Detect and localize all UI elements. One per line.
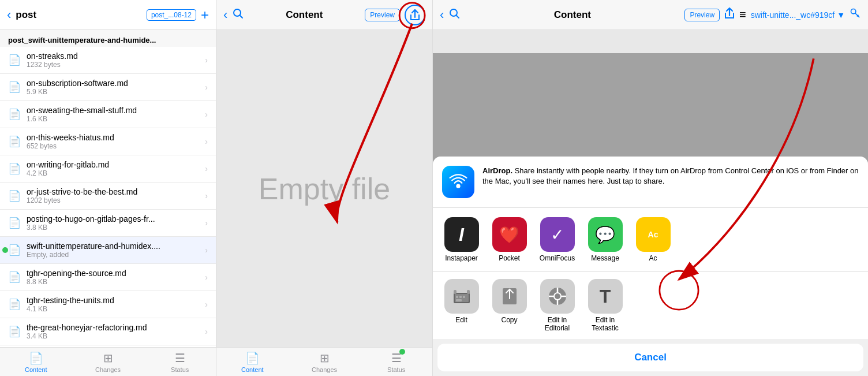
- middle-back-button[interactable]: ‹: [223, 8, 227, 23]
- share-action-icon: T: [588, 279, 623, 314]
- file-info: on-subscription-software.md5.9 KB: [27, 79, 200, 96]
- file-item[interactable]: 📄on-sweating-the-small-stuff.md1.6 KB›: [0, 101, 216, 128]
- left-tab-content[interactable]: 📄 Content: [0, 348, 72, 376]
- file-item[interactable]: 📄the-great-honeyjar-refactoring.md3.4 KB…: [0, 318, 216, 345]
- share-action-item[interactable]: Copy: [488, 279, 531, 332]
- svg-rect-14: [454, 290, 457, 294]
- right-back-button[interactable]: ‹: [440, 8, 444, 23]
- svg-line-1: [240, 16, 243, 18]
- tag-badge[interactable]: post_...08-12: [147, 9, 196, 21]
- share-app-label: Pocket: [499, 254, 520, 262]
- share-app-label: Message: [591, 254, 619, 262]
- file-name: tghr-testing-the-units.md: [27, 296, 200, 305]
- file-meta: 8.8 KB: [27, 278, 200, 286]
- chevron-right-icon: ›: [205, 55, 208, 65]
- file-meta: 5.9 KB: [27, 88, 200, 96]
- file-name: posting-to-hugo-on-gitlab-pages-fr...: [27, 214, 200, 224]
- file-item[interactable]: 📄tghr-opening-the-source.md8.8 KB›: [0, 264, 216, 291]
- file-name: on-streaks.md: [27, 51, 200, 61]
- file-name: the-great-honeyjar-refactoring.md: [27, 323, 200, 332]
- file-info: tghr-testing-the-units.md4.1 KB: [27, 296, 200, 313]
- share-app-label: OmniFocus: [540, 254, 575, 262]
- file-info: posting-to-hugo-on-gitlab-pages-fr...3.8…: [27, 214, 200, 232]
- file-item[interactable]: 📄tghr-testing-the-units.md4.1 KB›: [0, 291, 216, 318]
- file-item[interactable]: 📄or-just-strive-to-be-the-best.md1202 by…: [0, 183, 216, 210]
- share-actions-row: EditCopyEdit in EditorialTEdit in Textas…: [433, 271, 868, 339]
- svg-rect-11: [459, 296, 462, 298]
- left-tab-content-label: Content: [25, 366, 47, 373]
- doc-icon: 📄: [8, 244, 21, 256]
- middle-empty-area: Empty file: [216, 30, 432, 347]
- file-name: swift-unittemperature-and-humidex....: [27, 241, 200, 251]
- file-meta: 1232 bytes: [27, 61, 200, 69]
- file-info: on-this-weeks-hiatus.md652 bytes: [27, 133, 200, 150]
- file-info: on-writing-for-gitlab.md4.2 KB: [27, 160, 200, 177]
- chevron-right-icon: ›: [205, 164, 208, 173]
- share-app-item[interactable]: IInstapaper: [440, 217, 483, 262]
- share-action-item[interactable]: TEdit in Textastic: [583, 279, 627, 332]
- doc-icon: 📄: [8, 217, 21, 229]
- cancel-button[interactable]: Cancel: [437, 344, 863, 371]
- changes-tab-icon: ⊞: [103, 351, 113, 365]
- branch-info[interactable]: swift-unitte..._wc#919cf ▼: [751, 10, 845, 20]
- content-tab-icon: 📄: [29, 351, 43, 365]
- share-app-item[interactable]: 💬Message: [583, 217, 627, 262]
- left-back-button[interactable]: ‹: [7, 8, 11, 23]
- share-sheet: AirDrop. Share instantly with people nea…: [433, 157, 868, 376]
- share-action-item[interactable]: Edit in Editorial: [536, 279, 579, 332]
- file-item[interactable]: 📄on-streaks.md1232 bytes›: [0, 47, 216, 74]
- left-tab-changes[interactable]: ⊞ Changes: [72, 348, 144, 376]
- right-key-button[interactable]: [850, 8, 861, 22]
- middle-header: ‹ Content Preview: [216, 0, 432, 30]
- share-action-icon: [492, 279, 527, 314]
- left-panel: ‹ post post_...08-12 + post_swift-unitte…: [0, 0, 216, 376]
- file-item[interactable]: 📄using-xctassertthrowserror-in-your-...7…: [0, 345, 216, 347]
- doc-icon: 📄: [8, 135, 21, 148]
- middle-tab-content[interactable]: 📄 Content: [216, 348, 289, 376]
- share-action-icon: [540, 279, 575, 314]
- status-badge-dot: [399, 349, 405, 355]
- file-info: the-great-honeyjar-refactoring.md3.4 KB: [27, 323, 200, 340]
- mid-status-label: Status: [387, 366, 405, 373]
- right-share-button[interactable]: [724, 8, 735, 22]
- key-icon: [850, 8, 861, 19]
- file-item[interactable]: 📄swift-unittemperature-and-humidex....Em…: [0, 237, 216, 264]
- file-list: post_swift-unittemperature-and-humide...…: [0, 30, 216, 347]
- middle-share-button[interactable]: [405, 5, 425, 25]
- svg-rect-12: [463, 296, 465, 298]
- mid-changes-icon: ⊞: [320, 351, 330, 365]
- share-app-item[interactable]: ✓OmniFocus: [536, 217, 579, 262]
- middle-preview-button[interactable]: Preview: [365, 9, 400, 21]
- doc-icon: 📄: [8, 108, 21, 121]
- chevron-right-icon: ›: [205, 327, 208, 336]
- share-action-item[interactable]: Edit: [440, 279, 483, 332]
- file-meta: 3.8 KB: [27, 224, 200, 232]
- share-up-icon: [410, 9, 420, 21]
- file-item[interactable]: 📄on-this-weeks-hiatus.md652 bytes›: [0, 128, 216, 155]
- middle-tab-changes[interactable]: ⊞ Changes: [289, 348, 361, 376]
- middle-tab-status[interactable]: ☰ Status: [360, 348, 432, 376]
- file-item[interactable]: 📄on-subscription-software.md5.9 KB›: [0, 74, 216, 101]
- share-app-item[interactable]: AcAc: [631, 217, 675, 262]
- airdrop-row[interactable]: AirDrop. Share instantly with people nea…: [433, 157, 868, 208]
- share-sheet-overlay: AirDrop. Share instantly with people nea…: [433, 53, 868, 376]
- right-header: ‹ Content Preview ≡ swift-unitte..._wc#9…: [433, 0, 868, 30]
- right-menu-button[interactable]: ≡: [739, 8, 746, 21]
- green-dot: [2, 247, 8, 253]
- airdrop-desc-text: Share instantly with people nearby. If t…: [482, 166, 859, 185]
- left-tab-status[interactable]: ☰ Status: [144, 348, 216, 376]
- share-app-label: Instapaper: [445, 254, 478, 262]
- airdrop-icon: [442, 166, 474, 198]
- share-app-item[interactable]: ❤️Pocket: [488, 217, 531, 262]
- add-button[interactable]: +: [201, 7, 209, 23]
- mid-content-icon: 📄: [245, 351, 260, 365]
- right-share-icon: [724, 8, 735, 19]
- middle-search-button[interactable]: [232, 8, 244, 22]
- chevron-right-icon: ›: [205, 83, 208, 92]
- airdrop-wifi-icon: [448, 172, 469, 192]
- right-search-button[interactable]: [448, 8, 460, 22]
- file-item[interactable]: 📄on-writing-for-gitlab.md4.2 KB›: [0, 155, 216, 183]
- mid-changes-label: Changes: [312, 366, 337, 373]
- right-preview-button[interactable]: Preview: [684, 9, 720, 21]
- file-item[interactable]: 📄posting-to-hugo-on-gitlab-pages-fr...3.…: [0, 210, 216, 237]
